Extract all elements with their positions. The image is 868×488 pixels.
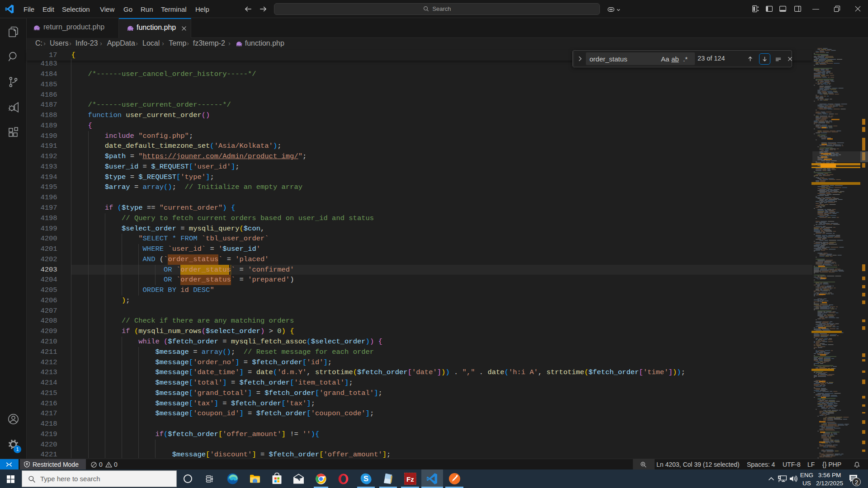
svg-text:Fz: Fz bbox=[406, 475, 414, 483]
svg-text:S: S bbox=[363, 474, 368, 483]
